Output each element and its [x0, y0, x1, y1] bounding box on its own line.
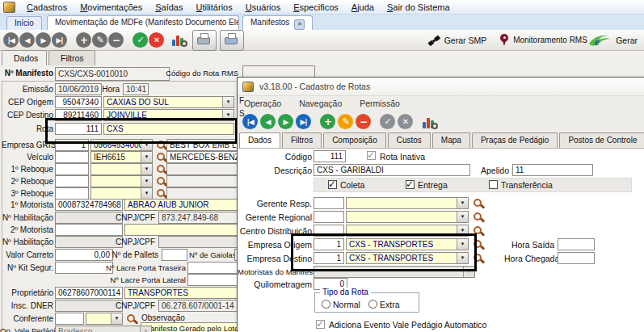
- menu-navegacao[interactable]: Navegação: [299, 99, 342, 108]
- add-icon[interactable]: +: [76, 32, 91, 48]
- dtab-dados[interactable]: Dados: [239, 132, 280, 148]
- gerente-regional-combo[interactable]: ▼: [346, 211, 469, 223]
- monitoramento-rms-button[interactable]: Monitoramento RMS: [499, 33, 575, 47]
- menu-operacao[interactable]: Operação: [244, 99, 281, 108]
- close-icon[interactable]: ✕: [294, 19, 305, 30]
- pallets-field[interactable]: [162, 249, 187, 261]
- search-icon[interactable]: [125, 313, 137, 325]
- reboque3-combo[interactable]: ▼: [90, 187, 153, 200]
- dialog-title-bar[interactable]: v3.18.00 - Cadastro de Rotas: [238, 78, 644, 96]
- adiciona-evento-checkbox[interactable]: [316, 320, 325, 329]
- print-preview-button[interactable]: [220, 30, 244, 51]
- confirm-icon[interactable]: ✓: [133, 32, 148, 48]
- next-record-icon[interactable]: ▶: [36, 32, 51, 48]
- menu-movimentacoes[interactable]: Movimentações: [74, 2, 149, 13]
- chevron-down-icon[interactable]: ▼: [141, 152, 152, 162]
- entrega-checkbox[interactable]: [406, 180, 415, 189]
- search-icon[interactable]: [472, 197, 484, 209]
- proprietario-doc-field[interactable]: 06278607000114: [55, 287, 123, 299]
- reboque1-codigo-field[interactable]: [55, 163, 89, 175]
- hora-chegada-field[interactable]: [558, 252, 595, 264]
- conferente-combo[interactable]: ▼: [86, 313, 123, 325]
- dtab-composicao[interactable]: Composição: [323, 132, 386, 148]
- veiculo-combo[interactable]: IEH6615 ▼: [90, 151, 153, 163]
- observacao-field[interactable]: Manifesto Gerado pelo Lote: [141, 322, 250, 332]
- transferencia-checkbox[interactable]: [489, 180, 498, 189]
- chevron-down-icon[interactable]: ▼: [141, 176, 152, 187]
- cep-origem-field[interactable]: 95047340: [55, 96, 102, 108]
- first-record-icon[interactable]: |◀: [3, 32, 19, 48]
- print-button[interactable]: [192, 30, 217, 51]
- dtab-custos[interactable]: Custos: [388, 132, 431, 148]
- gerar-mdfe-button[interactable]: e Gerar: [587, 32, 638, 48]
- normal-radio[interactable]: [322, 300, 330, 309]
- dtab-postos[interactable]: Postos de Controle: [559, 132, 644, 148]
- coleta-checkbox[interactable]: [328, 180, 337, 189]
- remove-icon[interactable]: −: [356, 114, 371, 129]
- gerente-resp-combo[interactable]: ▼: [346, 197, 469, 209]
- reboque3-codigo-field[interactable]: [55, 187, 89, 200]
- emissao-field[interactable]: 10/06/2019: [55, 83, 102, 95]
- codigo-field[interactable]: 111: [314, 150, 346, 162]
- edit-icon[interactable]: ✎: [338, 114, 353, 129]
- descricao-field[interactable]: CXS - GARIBALDI: [314, 164, 470, 176]
- confirm-icon[interactable]: ✓: [380, 114, 395, 129]
- tab-filtros[interactable]: Filtros: [48, 50, 95, 65]
- last-record-icon[interactable]: ▶|: [296, 114, 311, 129]
- remove-icon[interactable]: −: [108, 32, 124, 48]
- tab-inicio[interactable]: Início: [6, 16, 42, 30]
- chevron-down-icon[interactable]: ▼: [457, 212, 468, 222]
- dtab-pracas[interactable]: Praças de Pedágio: [472, 132, 558, 148]
- edit-icon[interactable]: ✎: [92, 32, 107, 48]
- rota-inativa-checkbox[interactable]: [367, 151, 376, 160]
- reboque2-codigo-field[interactable]: [55, 175, 89, 187]
- motorista2-doc-field[interactable]: [55, 224, 123, 236]
- menu-usuarios[interactable]: Usuários: [239, 2, 287, 13]
- chevron-down-icon[interactable]: ▼: [141, 188, 152, 199]
- tab-mdfe[interactable]: Movimentação de MDFe (Manifesto Document…: [47, 15, 239, 30]
- hora-field[interactable]: 10:41: [123, 83, 149, 95]
- chevron-down-icon[interactable]: ▼: [457, 198, 468, 208]
- menu-especificos[interactable]: Especificos: [287, 2, 345, 13]
- menu-permissao[interactable]: Permissão: [360, 99, 400, 108]
- apelido-field[interactable]: 11: [512, 164, 593, 176]
- chart-icon[interactable]: [422, 115, 438, 129]
- chevron-down-icon[interactable]: ▼: [111, 313, 122, 324]
- valor-carreto-field[interactable]: 0,00: [55, 249, 113, 261]
- reboque2-combo[interactable]: ▼: [90, 175, 153, 187]
- prev-record-icon[interactable]: ◀: [19, 32, 35, 48]
- conferente-codigo-field[interactable]: [55, 313, 84, 325]
- gerar-smp-button[interactable]: Gerar SMP: [427, 35, 487, 46]
- tab-manifestos[interactable]: Manifestos✕: [242, 15, 313, 30]
- cancel-icon[interactable]: ✕: [149, 32, 164, 48]
- dtab-mapa[interactable]: Mapa: [432, 132, 470, 148]
- gerente-regional-codigo-field[interactable]: [314, 211, 344, 223]
- hora-saida-field[interactable]: [558, 238, 595, 250]
- menu-sair[interactable]: Sair do Sistema: [381, 2, 457, 13]
- add-icon[interactable]: +: [320, 114, 335, 129]
- motorista1-doc-field[interactable]: 00087324784968: [55, 199, 123, 211]
- extra-radio[interactable]: [368, 300, 377, 309]
- search-icon[interactable]: [155, 187, 167, 200]
- search-icon[interactable]: [155, 163, 167, 175]
- chevron-down-icon[interactable]: ▼: [222, 97, 234, 107]
- numero-manifesto-field[interactable]: CXS/CXS-0010010: [55, 67, 170, 81]
- menu-ajuda[interactable]: Ajuda: [345, 2, 381, 13]
- chevron-down-icon[interactable]: ▼: [141, 164, 152, 174]
- menu-cadastros[interactable]: Cadastros: [20, 2, 74, 13]
- menu-utilitarios[interactable]: Utilitários: [189, 2, 238, 13]
- search-icon[interactable]: [155, 151, 167, 163]
- cidade-origem-combo[interactable]: CAXIAS DO SUL ▼: [103, 96, 234, 108]
- reboque1-combo[interactable]: ▼: [90, 163, 153, 175]
- next-record-icon[interactable]: ▶: [278, 114, 293, 129]
- dtab-filtros[interactable]: Filtros: [282, 132, 322, 148]
- last-record-icon[interactable]: ▶|: [52, 32, 67, 48]
- cancel-icon[interactable]: ✕: [398, 114, 413, 129]
- veiculo-codigo-field[interactable]: [55, 151, 89, 163]
- tab-dados[interactable]: Dados: [2, 50, 47, 65]
- search-icon[interactable]: [472, 211, 484, 223]
- gerente-resp-codigo-field[interactable]: [314, 197, 344, 209]
- search-icon[interactable]: [155, 175, 167, 187]
- chart-icon[interactable]: [171, 32, 187, 47]
- menu-saidas[interactable]: Saídas: [149, 2, 189, 13]
